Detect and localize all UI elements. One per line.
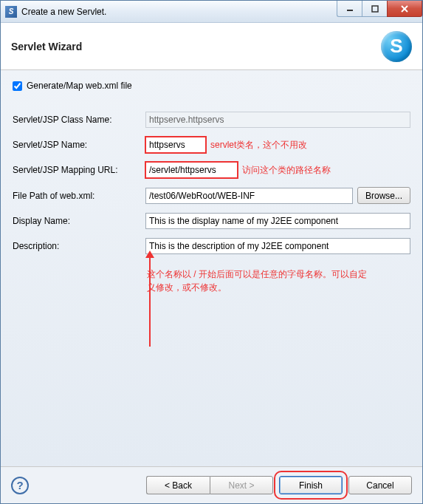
display-name-label: Display Name:	[13, 216, 145, 226]
annotation-arrow-line	[149, 255, 151, 347]
class-name-row: Servlet/JSP Class Name:	[13, 112, 410, 128]
mapping-url-field[interactable]	[145, 162, 238, 178]
back-button[interactable]: < Back	[146, 476, 210, 494]
annotation-mapping: 访问这个类的路径名称	[242, 164, 331, 177]
annotation-bottom-line2: 义修改，或不修改。	[147, 281, 410, 294]
annotation-bottom-line1: 这个名称以 / 开始后面可以是任意的字母名称。可以自定	[147, 268, 410, 281]
close-button[interactable]	[387, 1, 422, 17]
browse-button[interactable]: Browse...	[357, 187, 410, 204]
description-label: Description:	[13, 241, 145, 251]
maximize-button[interactable]	[362, 1, 387, 17]
description-field[interactable]	[145, 238, 410, 254]
window-controls	[337, 1, 422, 17]
wizard-title: Servlet Wizard	[11, 41, 82, 52]
mapping-url-row: Servlet/JSP Mapping URL: 访问这个类的路径名称	[13, 162, 410, 178]
servlet-name-row: Servlet/JSP Name: servlet类名，这个不用改	[13, 137, 410, 153]
display-name-field[interactable]	[145, 213, 410, 229]
app-icon: S	[5, 6, 17, 18]
annotation-name: servlet类名，这个不用改	[210, 139, 307, 151]
maximize-icon	[371, 5, 379, 13]
generate-webxml-label: Generate/Map web.xml file	[27, 81, 132, 91]
back-next-group: < Back Next >	[146, 476, 273, 494]
wizard-header: Servlet Wizard S	[1, 23, 422, 70]
class-name-field	[145, 112, 410, 128]
description-row: Description:	[13, 238, 410, 254]
dialog-window: S Create a new Servlet. Servlet Wizard S…	[0, 0, 423, 504]
window-title: Create a new Servlet.	[21, 7, 106, 17]
help-icon[interactable]: ?	[11, 477, 29, 494]
annotation-bottom: 这个名称以 / 开始后面可以是任意的字母名称。可以自定 义修改，或不修改。	[147, 268, 410, 294]
servlet-icon: S	[381, 31, 412, 62]
generate-webxml-checkbox[interactable]	[13, 81, 22, 91]
filepath-field[interactable]	[145, 188, 353, 204]
cancel-button[interactable]: Cancel	[348, 476, 412, 494]
svg-rect-1	[372, 6, 378, 12]
filepath-row: File Path of web.xml: Browse...	[13, 187, 410, 204]
servlet-name-label: Servlet/JSP Name:	[13, 140, 145, 150]
generate-webxml-row: Generate/Map web.xml file	[13, 81, 410, 91]
mapping-url-label: Servlet/JSP Mapping URL:	[13, 165, 145, 175]
wizard-footer: ? < Back Next > Finish Cancel	[1, 466, 422, 503]
finish-button[interactable]: Finish	[279, 476, 343, 494]
display-name-row: Display Name:	[13, 213, 410, 229]
filepath-label: File Path of web.xml:	[13, 191, 145, 201]
servlet-name-field[interactable]	[145, 137, 206, 153]
minimize-button[interactable]	[337, 1, 362, 17]
titlebar[interactable]: S Create a new Servlet.	[1, 1, 422, 23]
close-icon	[400, 4, 409, 13]
annotation-arrow-head	[145, 251, 154, 258]
minimize-icon	[346, 5, 354, 13]
next-button: Next >	[210, 476, 273, 494]
wizard-content: Generate/Map web.xml file Servlet/JSP Cl…	[1, 70, 422, 466]
class-name-label: Servlet/JSP Class Name:	[13, 115, 145, 125]
